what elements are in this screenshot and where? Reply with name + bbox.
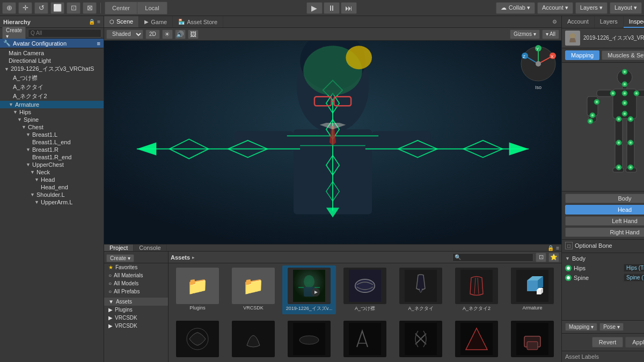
- tree-item-breast1l[interactable]: ▼ Breast1.L: [0, 131, 104, 138]
- account-dropdown[interactable]: Account ▾: [537, 2, 573, 14]
- sun-icon[interactable]: ☀: [162, 29, 173, 39]
- tree-item-neck[interactable]: ▼ Neck: [0, 168, 104, 176]
- hierarchy-create-btn[interactable]: Create ▾: [2, 26, 26, 40]
- search-label-icon[interactable]: ⭐: [548, 253, 559, 262]
- asset-armature[interactable]: Armature: [506, 265, 559, 314]
- body-section-body[interactable]: Body: [565, 194, 644, 203]
- hierarchy-menu-icon[interactable]: ≡: [97, 19, 100, 25]
- tree-item-breast1r-end[interactable]: Breast1.R_end: [0, 153, 104, 161]
- sidebar-plugins[interactable]: ▶ Plugins: [104, 306, 168, 314]
- scene-viewport[interactable]: X Y Z Iso: [104, 41, 561, 244]
- scale-tool-icon[interactable]: ⬜: [50, 2, 64, 14]
- layers-dropdown[interactable]: Layers ▾: [575, 2, 608, 14]
- body-section-head[interactable]: Head: [565, 205, 644, 215]
- tree-item-a3[interactable]: A_ネクタイ2: [0, 92, 104, 101]
- asset-dark-3[interactable]: [282, 319, 336, 360]
- hierarchy-lock-icon[interactable]: 🔒: [89, 19, 95, 25]
- muscles-tab[interactable]: Muscles & Settings: [602, 50, 644, 60]
- asset-dark-4[interactable]: [338, 319, 392, 360]
- gizmos-dropdown[interactable]: Gizmos ▾: [510, 29, 540, 39]
- asset-dark-6[interactable]: [450, 319, 503, 360]
- rect-tool-icon[interactable]: ⊡: [67, 2, 80, 14]
- search-filter-icon[interactable]: ⊡: [536, 253, 546, 262]
- asset-a-nekutai[interactable]: A_ネクタイ: [394, 265, 448, 314]
- tree-item-spine[interactable]: ▼ Spine: [0, 116, 104, 123]
- spine-bone-mapping[interactable]: Spine (Tra: [624, 274, 644, 282]
- asset-dark-2[interactable]: [226, 319, 280, 360]
- collab-dropdown[interactable]: ☁ Collab ▾: [496, 2, 535, 14]
- tree-item-camera[interactable]: Main Camera: [0, 49, 104, 57]
- rotate-tool-icon[interactable]: ↺: [34, 2, 48, 14]
- sidebar-all-models[interactable]: ○ All Models: [104, 279, 168, 287]
- sidebar-vrcsdk-2[interactable]: ▶ VRCSDK: [104, 322, 168, 330]
- optional-bone-checkbox[interactable]: □: [565, 242, 573, 249]
- game-tab[interactable]: ▶ Game: [139, 16, 173, 27]
- tree-item-upperarml[interactable]: ▼ UpperArm.L: [0, 198, 104, 206]
- asset-plugins[interactable]: 📁 Plugins: [171, 265, 224, 314]
- transform2-tool-icon[interactable]: ⊠: [83, 2, 97, 14]
- tree-item-upperchest[interactable]: ▼ UpperChest: [0, 161, 104, 168]
- tree-item-breast1r[interactable]: ▼ Breast1.R: [0, 146, 104, 153]
- pose-dropdown[interactable]: Pose ▾: [599, 323, 624, 331]
- asset-a-tsukezeri[interactable]: A_つけ襟: [338, 265, 392, 314]
- body-section-lefthand[interactable]: Left Hand: [565, 216, 644, 226]
- tree-item-head[interactable]: ▼ Head: [0, 176, 104, 183]
- tree-item-a2[interactable]: A_ネクタイ: [0, 83, 104, 92]
- mapping-dropdown[interactable]: Mapping ▾: [565, 323, 597, 331]
- tree-item-hips[interactable]: ▼ Hips: [0, 108, 104, 116]
- project-search-input[interactable]: [452, 253, 533, 262]
- asset-model[interactable]: 2019-1226_イスズv...: [282, 265, 336, 314]
- local-btn[interactable]: Local: [137, 2, 167, 14]
- tree-item-a1[interactable]: A_つけ襟: [0, 73, 104, 83]
- asset-store-tab[interactable]: 🏪 Asset Store: [173, 16, 223, 27]
- panel-close-icon[interactable]: ⚙: [548, 16, 561, 27]
- account-tab[interactable]: Account: [562, 16, 595, 28]
- play-controls: ▶ ⏸ ⏭: [306, 2, 357, 14]
- sidebar-all-prefabs[interactable]: ○ All Prefabs: [104, 287, 168, 295]
- inspector-tab[interactable]: Inspector: [624, 16, 644, 28]
- tree-item-armature[interactable]: ▼ Armature: [0, 101, 104, 108]
- asset-a-nekutai2[interactable]: A_ネクタイ2: [450, 265, 503, 314]
- svg-point-96: [612, 92, 614, 94]
- image-icon[interactable]: 🖼: [188, 29, 199, 39]
- body-section-righthand[interactable]: Right Hand: [565, 227, 644, 237]
- layout-dropdown[interactable]: Layout ▾: [610, 2, 642, 14]
- shaded-dropdown[interactable]: Shaded: [106, 29, 143, 39]
- scene-tab[interactable]: ⬡ Scene: [104, 16, 139, 27]
- tree-item-head-end[interactable]: Head_end: [0, 183, 104, 191]
- center-btn[interactable]: Center: [105, 2, 137, 14]
- tree-item-model[interactable]: ▼ 2019-1226_イスズv3_VRChatS: [0, 64, 104, 73]
- sidebar-vrcsdk-1[interactable]: ▶ VRCSDK: [104, 314, 168, 322]
- asset-vrcsdk[interactable]: 📁 VRCSDK: [226, 265, 280, 314]
- 2d-btn[interactable]: 2D: [145, 29, 160, 39]
- lock-icon[interactable]: 🔒: [547, 245, 554, 251]
- tree-item-shoulderl[interactable]: ▼ Shoulder.L: [0, 191, 104, 198]
- mapping-tab[interactable]: Mapping: [565, 50, 599, 60]
- audio-icon[interactable]: 🔊: [175, 29, 186, 39]
- sidebar-all-materials[interactable]: ○ All Materials: [104, 271, 168, 279]
- character-svg: [104, 41, 561, 244]
- next-button[interactable]: ⏭: [341, 2, 357, 14]
- pause-button[interactable]: ⏸: [324, 2, 340, 14]
- project-tab[interactable]: Project: [104, 245, 134, 251]
- move-tool-icon[interactable]: ⊕: [2, 2, 16, 14]
- project-create-btn[interactable]: Create ▾: [106, 254, 134, 262]
- tree-item-chest[interactable]: ▼ Chest: [0, 123, 104, 131]
- tree-item-breast1l-end[interactable]: Breast1.L_end: [0, 138, 104, 146]
- asset-dark-5[interactable]: [394, 319, 448, 360]
- asset-dark-7[interactable]: [506, 319, 559, 360]
- play-button[interactable]: ▶: [306, 2, 323, 14]
- dark6-thumb: [455, 321, 498, 357]
- tree-item-directional-light[interactable]: Directional Light: [0, 57, 104, 64]
- asset-dark-1[interactable]: [171, 319, 224, 360]
- apply-button[interactable]: Apply: [625, 337, 644, 348]
- menu-icon[interactable]: ≡: [556, 245, 559, 251]
- layers-tab[interactable]: Layers: [595, 16, 624, 28]
- sidebar-assets[interactable]: ▼ Assets: [104, 298, 168, 306]
- console-tab[interactable]: Console: [134, 245, 166, 251]
- hips-bone-mapping[interactable]: Hips (Tran: [624, 264, 644, 272]
- view-all-btn[interactable]: ▾ All: [542, 29, 559, 39]
- transform-tool-icon[interactable]: ✛: [18, 2, 32, 14]
- revert-button[interactable]: Revert: [592, 337, 623, 348]
- hierarchy-search[interactable]: [28, 29, 101, 38]
